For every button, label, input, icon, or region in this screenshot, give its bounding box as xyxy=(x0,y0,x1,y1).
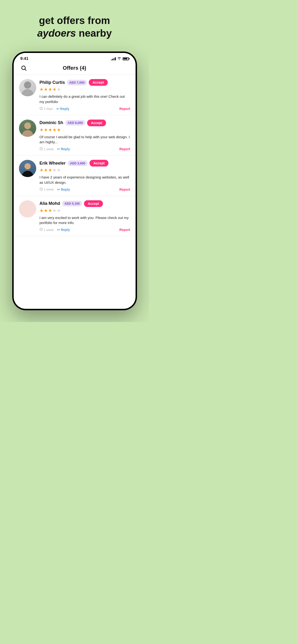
offer-text: I have 2 years of experience designing w… xyxy=(40,175,130,185)
offer-name: Philip Curtis xyxy=(40,80,65,85)
hero-section: get offers from aydoers nearby xyxy=(28,14,121,40)
avatar xyxy=(19,120,36,137)
offers-list: Philip Curtis AED 7,000 Accept ★ ★ ★ ★ ★… xyxy=(14,75,135,309)
report-button[interactable]: Report xyxy=(119,228,130,232)
star-rating: ★ ★ ★ ★ ★ xyxy=(40,87,130,92)
offer-text: Of course I would be glad to help with y… xyxy=(40,134,130,145)
offer-item: Dominic Sh AED 8,000 Accept ★ ★ ★ ★ ★ Of… xyxy=(14,115,135,156)
status-icons xyxy=(111,57,129,60)
star-rating: ★ ★ ★ ★ ★ xyxy=(40,127,130,132)
price-badge: AED 7,000 xyxy=(67,80,87,85)
offer-text: I can definitely do a great job with thi… xyxy=(40,94,130,104)
page-title: Offers (4) xyxy=(63,65,86,71)
offer-name: Erik Wheeler xyxy=(40,161,66,166)
offer-item: Erik Wheeler AED 3,900 Accept ★ ★ ★ ★ ★ … xyxy=(14,156,135,196)
report-button[interactable]: Report xyxy=(119,147,130,151)
price-badge: AED 5,100 xyxy=(62,201,82,206)
star-rating: ★ ★ ★ ★ ★ xyxy=(40,168,130,173)
app-header: Offers (4) xyxy=(14,62,135,75)
offer-name: Alia Mohd xyxy=(40,201,60,206)
star-rating: ★ ★ ★ ★ ★ xyxy=(40,208,130,213)
reply-button[interactable]: ↩ Reply xyxy=(57,228,70,232)
clock-icon xyxy=(40,228,43,232)
hero-line2-rest: nearby xyxy=(79,28,112,39)
reply-button[interactable]: ↩ Reply xyxy=(57,188,70,192)
offer-meta: 1 week ↩ Reply Report xyxy=(40,188,130,192)
battery-icon xyxy=(123,57,129,60)
status-time: 9:41 xyxy=(20,56,29,61)
offer-text: I am very excited to work with you. Plea… xyxy=(40,215,130,226)
signal-icon xyxy=(111,57,116,60)
reply-button[interactable]: ↩ Reply xyxy=(57,147,70,151)
phone-screen: 9:41 xyxy=(14,53,135,309)
report-button[interactable]: Report xyxy=(119,188,130,192)
price-badge: AED 3,900 xyxy=(68,160,88,166)
reply-button[interactable]: ↩ Reply xyxy=(56,107,69,111)
avatar xyxy=(19,79,36,96)
offer-time: 1 week xyxy=(40,228,54,232)
offer-meta: 1 week ↩ Reply Report xyxy=(40,228,130,232)
clock-icon xyxy=(40,107,43,111)
hero-line1: get offers from xyxy=(39,15,110,26)
offer-time: 1 week xyxy=(40,188,54,192)
offer-meta: 2 days ↩ Reply Report xyxy=(40,107,130,111)
report-button[interactable]: Report xyxy=(119,107,130,111)
phone-frame: 9:41 xyxy=(12,52,137,310)
clock-icon xyxy=(40,188,43,192)
search-icon[interactable] xyxy=(20,64,28,72)
svg-line-1 xyxy=(25,69,26,70)
offer-item: Philip Curtis AED 7,000 Accept ★ ★ ★ ★ ★… xyxy=(14,75,135,115)
accept-button[interactable]: Accept xyxy=(87,120,106,126)
avatar xyxy=(19,160,36,177)
avatar xyxy=(19,200,36,218)
offer-meta: 1 week ↩ Reply Report xyxy=(40,147,130,151)
accept-button[interactable]: Accept xyxy=(84,200,103,207)
wifi-icon xyxy=(117,57,121,60)
offer-time: 1 week xyxy=(40,147,54,151)
offer-name: Dominic Sh xyxy=(40,120,63,125)
clock-icon xyxy=(40,147,43,151)
accept-button[interactable]: Accept xyxy=(89,79,108,86)
offer-item: Alia Mohd AED 5,100 Accept ★ ★ ★ ★ ★ I a… xyxy=(14,196,135,236)
accept-button[interactable]: Accept xyxy=(89,160,108,166)
status-bar: 9:41 xyxy=(14,53,135,62)
offer-time: 2 days xyxy=(40,107,53,111)
price-badge: AED 8,000 xyxy=(65,120,85,126)
hero-line2-italic: aydoers xyxy=(37,28,76,39)
